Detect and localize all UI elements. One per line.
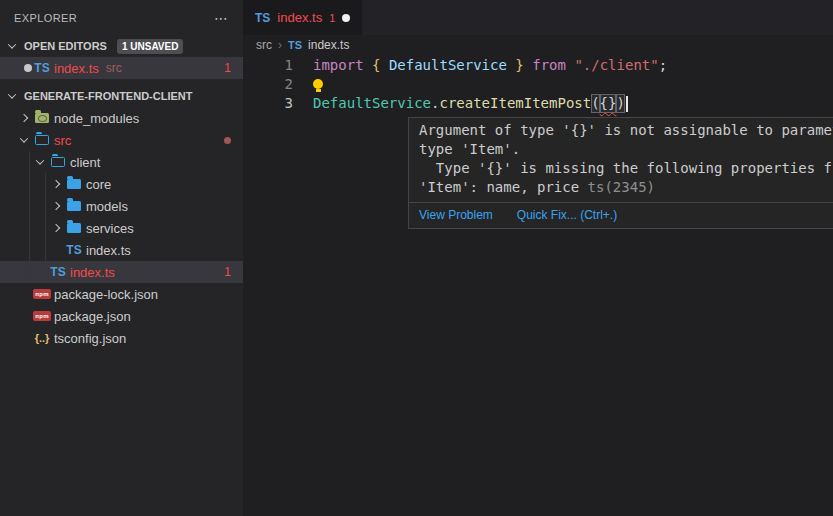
unsaved-badge: 1 UNSAVED xyxy=(117,39,184,54)
open-editors-label: OPEN EDITORS xyxy=(24,40,107,52)
code-token: } xyxy=(515,56,523,75)
tree-file-tsconfig.json[interactable]: {..}tsconfig.json xyxy=(0,327,243,349)
tab-index-ts[interactable]: TS index.ts 1 xyxy=(243,0,362,35)
code-text xyxy=(293,75,323,94)
typescript-file-icon: TS xyxy=(255,11,270,25)
line-number: 1 xyxy=(243,56,293,75)
chevron-down-icon[interactable] xyxy=(36,156,44,164)
chevron-right-icon: › xyxy=(278,38,282,52)
tree-folder-src[interactable]: src xyxy=(0,129,243,151)
error-count-badge: 1 xyxy=(224,61,231,75)
error-message-line: type 'Item'. xyxy=(419,140,833,159)
indent-guide xyxy=(29,195,30,217)
tree-file-index.ts[interactable]: TSindex.ts1 xyxy=(0,261,243,283)
code-line[interactable]: 1import { DefaultService } from "./clien… xyxy=(243,56,833,75)
vscode-window: EXPLORER ⋯ OPEN EDITORS 1 UNSAVED TS ind… xyxy=(0,0,833,516)
error-count-badge: 1 xyxy=(224,265,231,279)
json-config-icon: {..} xyxy=(35,332,50,344)
tree-folder-services[interactable]: services xyxy=(0,217,243,239)
tree-item-label: client xyxy=(70,155,100,170)
tree-folder-core[interactable]: core xyxy=(0,173,243,195)
line-number: 2 xyxy=(243,75,293,94)
chevron-right-icon[interactable] xyxy=(52,224,60,232)
indent-guide xyxy=(45,195,46,217)
indent-guide xyxy=(29,239,30,261)
workspace-label: GENERATE-FRONTEND-CLIENT xyxy=(24,90,192,102)
open-editors-section-header[interactable]: OPEN EDITORS 1 UNSAVED xyxy=(0,35,243,57)
error-message: Argument of type '{}' is not assignable … xyxy=(409,118,833,202)
tree-folder-client[interactable]: client xyxy=(0,151,243,173)
breadcrumb-file[interactable]: index.ts xyxy=(308,38,349,52)
tab-modified-dot-icon[interactable] xyxy=(342,14,350,22)
folder-icon xyxy=(51,157,65,167)
code-lines: 1import { DefaultService } from "./clien… xyxy=(243,55,833,113)
folder-icon xyxy=(35,113,49,123)
view-problem-link[interactable]: View Problem xyxy=(419,208,493,222)
code-token: DefaultService xyxy=(313,94,431,113)
error-message-line: 'Item': name, price ts(2345) xyxy=(419,178,833,197)
text-cursor xyxy=(626,96,628,112)
quick-fix-link[interactable]: Quick Fix... (Ctrl+.) xyxy=(517,208,617,222)
tree-file-package-lock.json[interactable]: npmpackage-lock.json xyxy=(0,283,243,305)
modified-dot-icon xyxy=(224,137,231,144)
modified-dot-icon[interactable] xyxy=(24,64,32,72)
tab-bar: TS index.ts 1 xyxy=(243,0,833,35)
code-line[interactable]: 2 xyxy=(243,75,833,94)
more-actions-icon[interactable]: ⋯ xyxy=(214,10,229,26)
lightbulb-icon[interactable] xyxy=(313,79,323,89)
code-token: ( xyxy=(591,94,599,113)
code-token: ; xyxy=(659,56,667,75)
code-token xyxy=(364,56,372,75)
workspace-section-header[interactable]: GENERATE-FRONTEND-CLIENT xyxy=(0,85,243,107)
folder-icon xyxy=(67,179,81,189)
indent-guide xyxy=(29,173,30,195)
tree-item-label: models xyxy=(86,199,128,214)
tree-file-package.json[interactable]: npmpackage.json xyxy=(0,305,243,327)
code-editor[interactable]: 1import { DefaultService } from "./clien… xyxy=(243,55,833,516)
npm-file-icon: npm xyxy=(33,289,51,299)
chevron-down-icon[interactable] xyxy=(20,134,28,142)
chevron-right-icon[interactable] xyxy=(20,114,28,122)
typescript-file-icon: TS xyxy=(34,61,49,75)
chevron-right-icon[interactable] xyxy=(52,180,60,188)
indent-guide xyxy=(29,151,30,173)
line-number: 3 xyxy=(243,94,293,113)
code-token xyxy=(507,56,515,75)
indent-guide xyxy=(45,217,46,239)
folder-icon xyxy=(67,223,81,233)
chevron-down-icon xyxy=(8,40,16,48)
breadcrumb-folder[interactable]: src xyxy=(256,38,272,52)
code-token: "./client" xyxy=(574,56,658,75)
indent-guide xyxy=(45,173,46,195)
code-line[interactable]: 3DefaultService.createItemItemPost({}) xyxy=(243,94,833,113)
tab-filename: index.ts xyxy=(277,10,322,25)
chevron-right-icon[interactable] xyxy=(52,202,60,210)
editor-group: TS index.ts 1 src › TS index.ts 1import … xyxy=(243,0,833,516)
file-tree: node_modulessrcclientcoremodelsservicesT… xyxy=(0,107,243,349)
code-token: { xyxy=(372,56,380,75)
tree-item-label: core xyxy=(86,177,111,192)
code-token: . xyxy=(431,94,439,113)
npm-file-icon: npm xyxy=(33,311,51,321)
tree-item-label: index.ts xyxy=(86,243,131,258)
explorer-header: EXPLORER ⋯ xyxy=(0,0,243,35)
indent-guide xyxy=(29,261,30,283)
tree-file-index.ts[interactable]: TSindex.ts xyxy=(0,239,243,261)
open-editor-item-index-ts[interactable]: TS index.ts src 1 xyxy=(0,57,243,79)
tab-error-count: 1 xyxy=(329,12,335,24)
tree-item-label: node_modules xyxy=(54,111,139,126)
explorer-title: EXPLORER xyxy=(14,12,77,24)
code-token: ) xyxy=(616,94,624,113)
code-text: DefaultService.createItemItemPost({}) xyxy=(293,94,628,113)
explorer-sidebar: EXPLORER ⋯ OPEN EDITORS 1 UNSAVED TS ind… xyxy=(0,0,243,516)
code-token: import xyxy=(313,56,364,75)
indent-guide xyxy=(29,217,30,239)
hover-actions-bar: View Problem Quick Fix... (Ctrl+.) xyxy=(409,202,833,228)
tree-item-label: package-lock.json xyxy=(54,287,158,302)
tree-item-label: package.json xyxy=(54,309,131,324)
tree-folder-models[interactable]: models xyxy=(0,195,243,217)
error-message-line: Type '{}' is missing the following prope… xyxy=(419,159,833,178)
code-text: import { DefaultService } from "./client… xyxy=(293,56,667,75)
code-token: createItemItemPost xyxy=(439,94,591,113)
tree-folder-node_modules[interactable]: node_modules xyxy=(0,107,243,129)
